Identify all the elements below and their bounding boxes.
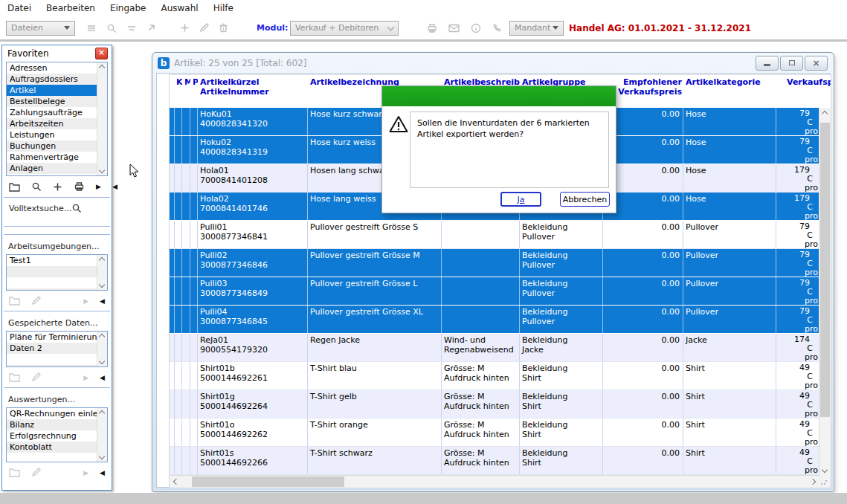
- add-icon[interactable]: [53, 182, 62, 192]
- scroll-up-icon[interactable]: [822, 111, 828, 117]
- scroll-left-icon[interactable]: [173, 479, 179, 485]
- window-titlebar[interactable]: b Artikel: 25 von 25 [Total: 602] ×: [152, 53, 834, 73]
- scrollbar-thumb[interactable]: [192, 476, 344, 487]
- print-icon[interactable]: [74, 181, 85, 192]
- delete-icon[interactable]: [219, 23, 228, 33]
- app-logo-icon: b: [158, 57, 170, 69]
- table-row[interactable]: Shirt01g 5000144692264T-Shirt gelbGrösse…: [170, 390, 819, 419]
- list-item[interactable]: Kontoblatt: [7, 442, 97, 453]
- mandant-combo[interactable]: Mandant: [509, 21, 564, 36]
- list-item[interactable]: Leistungen: [7, 129, 97, 140]
- prev-icon[interactable]: ◀: [100, 297, 105, 305]
- scrollbar-thumb[interactable]: [820, 123, 830, 417]
- scroll-up-icon[interactable]: [99, 334, 105, 340]
- scroll-right-icon[interactable]: [810, 479, 816, 485]
- mail-icon[interactable]: [448, 24, 460, 33]
- cell-artikelkuerzel: ReJa01 9000554179320: [198, 334, 308, 361]
- restore-button[interactable]: [780, 56, 803, 71]
- close-icon[interactable]: ×: [95, 48, 108, 59]
- search-icon[interactable]: [106, 23, 117, 33]
- table-row[interactable]: Pulli03 3000877346849Pullover gestreift …: [170, 277, 819, 306]
- scroll-down-icon[interactable]: [99, 167, 105, 173]
- search-icon[interactable]: [31, 181, 42, 192]
- list-item[interactable]: Arbeitszeiten: [7, 118, 97, 129]
- cancel-button[interactable]: Abbrechen: [560, 192, 610, 207]
- cell-empfohlener-verkaufspreis: 0.00: [603, 306, 683, 333]
- scroll-down-icon[interactable]: [822, 467, 828, 473]
- add-icon[interactable]: [180, 23, 190, 33]
- fulltext-search-label[interactable]: Volltextsuche...: [9, 204, 71, 213]
- edit-icon[interactable]: [31, 468, 41, 477]
- list-item[interactable]: Artikel: [7, 85, 97, 96]
- scroll-up-icon[interactable]: [99, 257, 105, 263]
- open-arrow-icon[interactable]: [146, 23, 156, 33]
- table-row[interactable]: Pulli01 3000877346841Pullover gestreift …: [170, 221, 819, 249]
- scroll-up-icon[interactable]: [99, 410, 105, 416]
- scroll-up-icon[interactable]: [99, 65, 105, 71]
- next-icon[interactable]: ▶: [83, 297, 88, 305]
- menu-item-hilfe[interactable]: Hilfe: [213, 3, 234, 13]
- filter-icon[interactable]: [126, 23, 137, 33]
- next-icon[interactable]: ▶: [83, 469, 88, 476]
- prev-icon[interactable]: ◀: [100, 374, 105, 381]
- table-row[interactable]: Shirt01s 5000144692266T-Shirt schwarzGrö…: [170, 447, 819, 475]
- phone-icon[interactable]: [492, 23, 503, 33]
- prev-icon[interactable]: ◀: [112, 183, 117, 190]
- list-item[interactable]: Rahmenverträge: [7, 152, 97, 163]
- modul-combo[interactable]: Verkauf + Debitoren: [290, 21, 399, 36]
- list-item[interactable]: Anlagen: [7, 163, 97, 174]
- list-item[interactable]: QR-Rechnungen einlesen: [7, 408, 97, 419]
- prev-icon[interactable]: ◀: [100, 469, 105, 476]
- menu-item-auswahl[interactable]: Auswahl: [161, 3, 198, 13]
- list-item[interactable]: Zahlungsaufträge: [7, 107, 97, 118]
- table-row[interactable]: Shirt01o 5000144692262T-Shirt orangeGrös…: [170, 419, 819, 447]
- next-icon[interactable]: ▶: [83, 374, 88, 381]
- table-row[interactable]: ReJa01 9000554179320Regen JackeWind- und…: [170, 334, 819, 362]
- list-item[interactable]: Pläne für Terminierung: [7, 332, 97, 343]
- list-item[interactable]: Adressen: [7, 62, 97, 74]
- dialog-titlebar[interactable]: [382, 86, 616, 106]
- horizontal-scrollbar[interactable]: [170, 475, 819, 488]
- cell-k: [174, 108, 182, 135]
- files-combo[interactable]: Dateien: [6, 21, 75, 36]
- list-item[interactable]: Auftragsdossiers: [7, 74, 97, 85]
- yes-button[interactable]: Ja: [500, 192, 541, 207]
- list-icon[interactable]: [86, 23, 97, 33]
- list-item[interactable]: Test1: [7, 255, 97, 266]
- list-item[interactable]: Daten 2: [7, 343, 97, 354]
- menu-item-bearbeiten[interactable]: Bearbeiten: [46, 3, 95, 13]
- edit-icon[interactable]: [31, 372, 41, 382]
- reports-scrollbar[interactable]: [97, 408, 107, 462]
- close-button[interactable]: ×: [805, 56, 828, 71]
- list-item[interactable]: Buchungen: [7, 140, 97, 152]
- info-icon[interactable]: [471, 23, 481, 33]
- table-row[interactable]: Pulli02 3000877346846Pullover gestreift …: [170, 249, 819, 277]
- edit-icon[interactable]: [199, 23, 209, 33]
- scroll-down-icon[interactable]: [99, 282, 105, 288]
- saved-data-scrollbar[interactable]: [97, 332, 107, 366]
- cell-k: [174, 306, 182, 333]
- menu-item-datei[interactable]: Datei: [7, 3, 31, 13]
- list-item[interactable]: Bilanz: [7, 419, 97, 430]
- list-item[interactable]: Bestellbelege: [7, 96, 97, 107]
- toolbar-divider: [0, 39, 847, 42]
- folder-icon[interactable]: [9, 182, 20, 192]
- scroll-down-icon[interactable]: [99, 453, 105, 459]
- menu-item-eingabe[interactable]: Eingabe: [110, 3, 146, 13]
- resize-grip-icon[interactable]: [820, 478, 828, 485]
- folder-icon[interactable]: [9, 468, 20, 477]
- list-item[interactable]: Erfolgsrechnung: [7, 430, 97, 442]
- vertical-scrollbar[interactable]: [819, 108, 831, 476]
- scroll-down-icon[interactable]: [99, 358, 105, 364]
- folder-icon[interactable]: [9, 296, 20, 306]
- workspaces-scrollbar[interactable]: [97, 255, 107, 290]
- minimize-button[interactable]: [756, 56, 779, 71]
- search-icon[interactable]: [71, 203, 82, 213]
- table-row[interactable]: Pulli04 3000877346845Pullover gestreift …: [170, 306, 819, 334]
- print-icon[interactable]: [427, 23, 437, 33]
- edit-icon[interactable]: [31, 296, 41, 306]
- favorites-scrollbar[interactable]: [97, 62, 107, 175]
- folder-icon[interactable]: [9, 372, 20, 382]
- table-row[interactable]: Shirt01b 5000144692261T-Shirt blauGrösse…: [170, 362, 819, 390]
- next-icon[interactable]: ▶: [96, 183, 101, 190]
